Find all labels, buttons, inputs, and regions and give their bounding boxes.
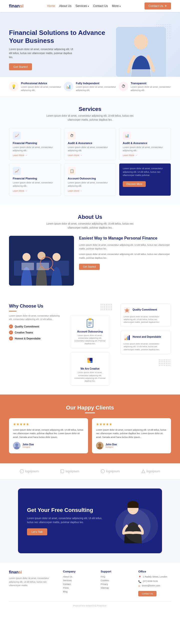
services-description: Lorem ipsum dolor sit amet, consectetur …: [40, 114, 140, 122]
author-avatar-2: [96, 442, 104, 449]
service-icon-2: ⏱: [68, 132, 76, 140]
footer-link-cookies[interactable]: Cookies: [101, 579, 134, 582]
why-creative-icon: [85, 356, 95, 365]
service-card-title-3: Audit & Assurance: [123, 142, 167, 144]
why-description: Lorem ipsum dolor sit amet, consectetur …: [9, 314, 60, 321]
feature-item-3: ⏱ Transparent Lorem ipsum dolor sit amet…: [119, 82, 171, 92]
svg-point-33: [98, 443, 101, 446]
testimonial-author-1: John Doe Designer: [13, 442, 84, 449]
hero-cta-button[interactable]: Get Started: [9, 63, 32, 70]
nav-more[interactable]: More ▾: [112, 4, 121, 8]
svg-rect-14: [88, 318, 92, 320]
nav-links: Home About Us Services ▾ Contact Us More…: [47, 4, 121, 8]
author-role-2: Designer: [106, 446, 117, 448]
footer-link-services[interactable]: Services: [63, 579, 96, 582]
why-right: Quality Commitment Lorem ipsum dolor sit…: [120, 304, 171, 386]
why-clipboard-icon: [85, 318, 95, 328]
svg-rect-9: [22, 263, 34, 270]
nav-home[interactable]: Home: [47, 4, 55, 8]
svg-rect-3: [132, 70, 150, 77]
why-title: Why Choose Us: [9, 304, 60, 309]
footer-logo: finansi: [9, 570, 58, 574]
feature-icon-transparent: ⏱: [119, 82, 128, 91]
service-card-1: 📈 Financial Planning Lorem ipsum dolor s…: [9, 128, 61, 160]
why-center-card-desc-1: Lorem ipsum dolor sit amet, consectetur …: [73, 334, 107, 345]
clients-section: Our Happy Clients ★★★★★ Lorem ipsum dolo…: [0, 394, 180, 463]
why-right-title-2: Honest and Dependable: [133, 336, 161, 338]
why-right-desc-1: Lorem ipsum dolor sit amet, consectetur …: [124, 315, 168, 324]
why-dependable-icon: [124, 334, 131, 341]
footer-brand: finansi Lorem ipsum dolor sit amet, cons…: [9, 570, 58, 596]
about-content-text1: Lorem ipsum dolor sit amet, consectetur …: [79, 243, 171, 250]
why-center-card-1: Account Outsourcing Lorem ipsum dolor si…: [70, 315, 110, 348]
service-card-5: 📋 Account Outsourcing Lorem ipsum dolor …: [64, 163, 116, 196]
consulting-cta-button[interactable]: Let's Talk: [27, 528, 47, 535]
location-icon: 📍: [138, 576, 141, 578]
testimonial-text-2: Lorem ipsum dolor sit amet, consect adip…: [96, 428, 167, 439]
service-discover-button[interactable]: Discover More: [123, 181, 146, 187]
why-quality-icon: [124, 307, 131, 314]
why-check-3: ✓ Honest & Dependable: [9, 336, 60, 340]
feature-desc-2: Lorem ipsum dolor sit amet, consectetur …: [76, 86, 116, 92]
author-avatar-1: [13, 442, 21, 449]
nav-logo: finansi: [9, 4, 24, 9]
why-center: Account Outsourcing Lorem ipsum dolor si…: [65, 304, 116, 386]
service-learn-more-4[interactable]: Learn More →: [13, 190, 57, 192]
check-icon-3: ✓: [9, 336, 13, 340]
service-learn-more-1[interactable]: Learn More →: [13, 154, 57, 156]
about-text: Easiest Way to Manage Personal Finance L…: [79, 236, 171, 270]
footer-link-faq[interactable]: FAQ: [101, 576, 134, 578]
service-card-desc-2: Lorem ipsum dolor sit amet, consectetur …: [68, 146, 112, 152]
consulting-text: Get Your Free Consulting Lorem ipsum dol…: [27, 507, 107, 535]
testimonial-stars-1: ★★★★★: [13, 422, 84, 426]
footer-link-privacy[interactable]: Privacy: [101, 583, 134, 586]
feature-item-1: 💡 Professional Advice Lorem ipsum dolor …: [9, 82, 61, 92]
svg-rect-28: [129, 336, 130, 340]
svg-point-1: [134, 34, 148, 49]
service-learn-more-3[interactable]: Learn More →: [123, 154, 167, 156]
footer-link-blog[interactable]: Blog: [63, 590, 96, 593]
footer-link-about[interactable]: About Us: [63, 576, 96, 578]
service-card-desc-4: Lorem ipsum dolor sit amet, consectetur …: [13, 181, 57, 188]
about-image-svg: [9, 236, 74, 286]
logo-4: L logoipsum: [141, 469, 160, 473]
nav-about[interactable]: About Us: [59, 4, 71, 8]
nav-contact[interactable]: Contact Us: [93, 4, 108, 8]
service-card-3: 📊 Audit & Assurance Lorem ipsum dolor si…: [119, 128, 171, 160]
about-title: About Us: [9, 214, 171, 220]
footer-col-office: Office 📍 1 Radely Street, London 📞 (07) …: [138, 570, 171, 596]
why-right-card-2: Honest and Dependable Lorem ipsum dolor …: [120, 331, 171, 354]
testimonial-card-1: ★★★★★ Lorem ipsum dolor sit amet, consec…: [9, 418, 88, 453]
footer-link-sitemap[interactable]: Sitemap: [101, 587, 134, 589]
svg-rect-25: [125, 339, 126, 340]
why-check-1: ✓ Quality Commitment: [9, 324, 60, 328]
service-card-desc-5: Lorem ipsum dolor sit amet, consectetur …: [68, 181, 112, 188]
footer-link-contact[interactable]: Contact: [63, 583, 96, 586]
service-learn-more-2[interactable]: Learn More →: [68, 154, 112, 156]
feature-title-2: Fully Independent: [76, 82, 116, 85]
service-card-title-2: Audit & Assurance: [68, 142, 112, 144]
svg-point-8: [52, 253, 60, 261]
testimonial-card-2: ★★★★★ Lorem ipsum dolor sit amet, consec…: [92, 418, 171, 453]
svg-text:L: L: [102, 470, 103, 472]
service-learn-more-5[interactable]: Learn More →: [68, 190, 112, 192]
svg-point-39: [101, 470, 105, 473]
about-cta-button[interactable]: Get Started: [79, 264, 100, 270]
about-content-title: Easiest Way to Manage Personal Finance: [79, 236, 171, 241]
nav-cta-button[interactable]: Contact Us ✈: [144, 2, 171, 10]
service-highlight-desc: Lorem ipsum dolor sit amet, consectetur …: [123, 167, 167, 177]
why-left: Why Choose Us Lorem ipsum dolor sit amet…: [9, 304, 60, 386]
hero-section: Financial Solutions to Advance Your Busi…: [0, 12, 180, 77]
footer-contact-button[interactable]: Contact Us: [138, 591, 156, 596]
about-description: Lorem ipsum dolor sit amet, consectetur …: [40, 222, 140, 230]
clients-title: Our Happy Clients: [9, 404, 171, 411]
consulting-section: Get Your Free Consulting Lorem ipsum dol…: [18, 488, 162, 553]
footer-support-title: Support: [101, 570, 134, 573]
why-inner: Why Choose Us Lorem ipsum dolor sit amet…: [9, 304, 171, 386]
logo-icon-3: L: [101, 469, 105, 473]
consulting-wrap: Get Your Free Consulting Lorem ipsum dol…: [0, 480, 180, 562]
service-card-4: 📈 Financial Planning Lorem ipsum dolor s…: [9, 163, 61, 196]
footer-link-press[interactable]: Press: [63, 587, 96, 589]
nav-services[interactable]: Services ▾: [75, 4, 89, 8]
consulting-title: Get Your Free Consulting: [27, 507, 107, 514]
